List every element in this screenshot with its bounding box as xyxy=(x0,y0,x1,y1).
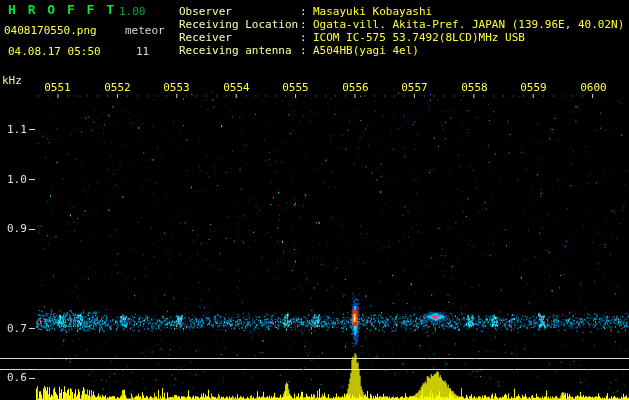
time-tick-label: 0600 xyxy=(576,81,611,94)
datetime-label: 04.08.17 05:50 xyxy=(8,46,101,58)
info-colon: : xyxy=(300,31,313,44)
info-label: Receiving Location xyxy=(179,18,300,31)
info-colon: : xyxy=(300,18,313,31)
time-tick-label: 0556 xyxy=(338,81,373,94)
app-title: H R O F F T xyxy=(8,4,116,16)
station-info: Observer:Masayuki Kobayashi Receiving Lo… xyxy=(179,5,624,57)
info-row: Receiver:ICOM IC-575 53.7492(8LCD)MHz US… xyxy=(179,31,624,44)
info-row: Observer:Masayuki Kobayashi xyxy=(179,5,624,18)
frequency-tick-label: 0.7 xyxy=(7,322,27,335)
frequency-tick-label: 0.9 xyxy=(7,222,27,235)
info-colon: : xyxy=(300,5,313,18)
frequency-tick-label: 0.6 xyxy=(7,371,27,384)
time-tick-label: 0552 xyxy=(100,81,135,94)
filename: 0408170550.png xyxy=(4,25,97,37)
frequency-unit-label: kHz xyxy=(2,74,22,87)
time-tick-label: 0558 xyxy=(457,81,492,94)
info-label: Observer xyxy=(179,5,300,18)
info-value: ICOM IC-575 53.7492(8LCD)MHz USB xyxy=(313,31,525,44)
frequency-tick-label: 1.1 xyxy=(7,123,27,136)
info-value: A504HB(yagi 4el) xyxy=(313,44,419,57)
time-tick-label: 0554 xyxy=(219,81,254,94)
frequency-tick-label: 1.0 xyxy=(7,173,27,186)
info-colon: : xyxy=(300,44,313,57)
meteor-count: 11 xyxy=(136,46,149,58)
info-row: Receiving Location:Ogata-vill. Akita-Pre… xyxy=(179,18,624,31)
spectrogram-canvas xyxy=(0,0,629,400)
time-tick-label: 0553 xyxy=(159,81,194,94)
time-tick-label: 0551 xyxy=(40,81,75,94)
info-label: Receiving antenna xyxy=(179,44,300,57)
info-row: Receiving antenna:A504HB(yagi 4el) xyxy=(179,44,624,57)
mode-label: meteor xyxy=(125,25,165,37)
app-version: 1.00 xyxy=(119,6,146,18)
time-tick-label: 0559 xyxy=(516,81,551,94)
hrofft-window: H R O F F T 1.00 0408170550.png meteor 0… xyxy=(0,0,629,400)
time-tick-label: 0557 xyxy=(397,81,432,94)
time-tick-label: 0555 xyxy=(278,81,313,94)
info-value: Ogata-vill. Akita-Pref. JAPAN (139.96E, … xyxy=(313,18,624,31)
info-label: Receiver xyxy=(179,31,300,44)
info-value: Masayuki Kobayashi xyxy=(313,5,432,18)
